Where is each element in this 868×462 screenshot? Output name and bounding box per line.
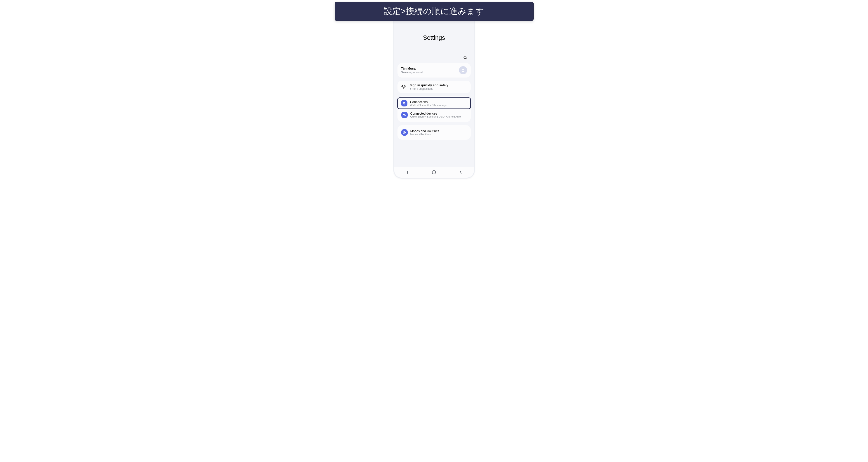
- suggestion-title: Sign in quickly and safely: [410, 84, 448, 87]
- settings-item-modes-routines[interactable]: Modes and Routines Modes • Routines: [398, 127, 471, 138]
- check-shield-icon: [401, 129, 408, 136]
- nav-recents-button[interactable]: [402, 170, 413, 174]
- list-item-title: Connected devices: [410, 112, 461, 115]
- list-item-text: Connections Wi-Fi • Bluetooth • SIM mana…: [410, 100, 447, 106]
- suggestion-text: Sign in quickly and safely 5 more sugges…: [410, 84, 448, 90]
- list-item-title: Modes and Routines: [410, 129, 439, 133]
- lightbulb-icon: [401, 84, 406, 90]
- suggestion-card[interactable]: Sign in quickly and safely 5 more sugges…: [398, 81, 471, 93]
- navigation-bar: [394, 167, 474, 178]
- svg-line-7: [402, 85, 402, 85]
- back-icon: [459, 170, 462, 174]
- avatar[interactable]: [459, 66, 467, 74]
- settings-group-modes: Modes and Routines Modes • Routines: [398, 125, 471, 140]
- instruction-banner: 設定>接続の順に進みます: [335, 2, 534, 21]
- list-item-title: Connections: [410, 100, 447, 104]
- svg-rect-16: [432, 171, 435, 174]
- nav-home-button[interactable]: [428, 170, 439, 174]
- status-spacer: [394, 20, 474, 32]
- wifi-icon: [401, 100, 407, 106]
- page-title: Settings: [394, 34, 474, 41]
- list-item-subtitle: Wi-Fi • Bluetooth • SIM manager: [410, 104, 447, 106]
- list-item-text: Modes and Routines Modes • Routines: [410, 129, 439, 136]
- svg-point-2: [462, 69, 464, 70]
- svg-point-9: [404, 104, 404, 105]
- settings-group-connections: Connections Wi-Fi • Bluetooth • SIM mana…: [398, 96, 471, 122]
- list-item-subtitle: Modes • Routines: [410, 133, 439, 136]
- nav-back-button[interactable]: [455, 170, 466, 174]
- svg-line-1: [466, 58, 467, 59]
- person-icon: [461, 68, 465, 72]
- devices-icon: [401, 112, 408, 118]
- suggestion-subtitle: 5 more suggestions: [410, 87, 448, 90]
- list-item-subtitle: Quick Share • Samsung DeX • Android Auto: [410, 115, 461, 118]
- account-name: Tim Mocan: [401, 67, 423, 70]
- home-icon: [432, 170, 436, 174]
- list-item-text: Connected devices Quick Share • Samsung …: [410, 112, 461, 118]
- svg-point-0: [464, 56, 466, 59]
- account-text: Tim Mocan Samsung account: [401, 67, 423, 74]
- search-icon[interactable]: [463, 55, 468, 60]
- account-subtitle: Samsung account: [401, 71, 423, 74]
- svg-rect-11: [404, 114, 406, 116]
- account-card[interactable]: Tim Mocan Samsung account: [398, 63, 471, 77]
- recents-icon: [405, 170, 410, 174]
- settings-item-connections[interactable]: Connections Wi-Fi • Bluetooth • SIM mana…: [397, 97, 471, 109]
- svg-line-8: [405, 85, 405, 85]
- search-row: [394, 41, 474, 63]
- settings-screen: Settings Tim Mocan Samsung account: [394, 20, 474, 178]
- phone-frame: Settings Tim Mocan Samsung account: [394, 20, 475, 178]
- settings-item-connected-devices[interactable]: Connected devices Quick Share • Samsung …: [398, 109, 471, 121]
- settings-content: Tim Mocan Samsung account: [394, 63, 474, 140]
